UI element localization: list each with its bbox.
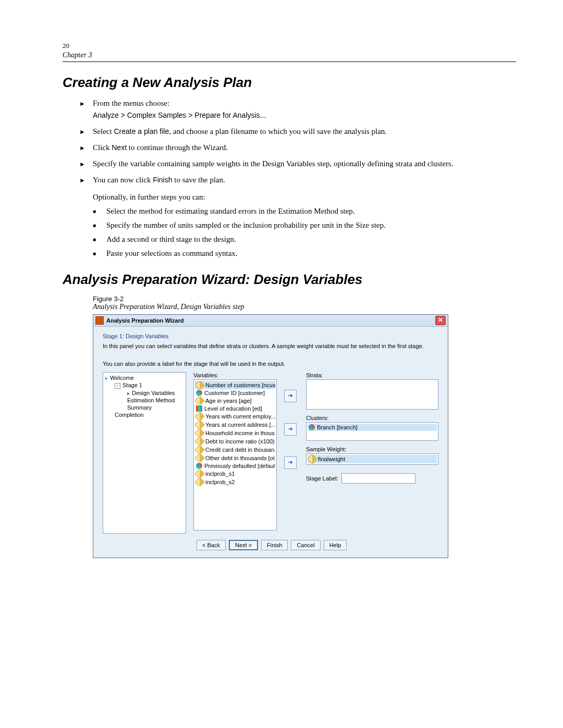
tree-item-summary[interactable]: Summary [105, 404, 183, 411]
variable-item[interactable]: Number of customers [ncust] [195, 381, 275, 389]
variable-item[interactable]: Level of education [ed] [195, 405, 275, 412]
optional-intro: Optionally, in further steps you can: [63, 193, 516, 202]
variables-list[interactable]: Number of customers [ncust] Customer ID … [193, 379, 277, 530]
cluster-item-label: Branch [branch] [317, 424, 358, 430]
tree-label: Design Variables [132, 390, 175, 396]
instruction-text: Select [93, 127, 114, 135]
tree-item-stage1[interactable]: -Stage 1 [105, 381, 183, 389]
finish-button[interactable]: Finish [261, 540, 288, 550]
instruction-step: Click Next to continue through the Wizar… [93, 142, 516, 153]
sample-weight-label: Sample Weight: [306, 446, 438, 452]
ui-term: Next [112, 143, 127, 152]
instruction-step: From the menus choose: Analyze > Complex… [93, 98, 516, 121]
target-column: Strata: Clusters: Branch [branch] Sample… [306, 372, 438, 534]
figure-label: Figure 3-2 [93, 295, 516, 303]
scale-icon [195, 470, 205, 478]
variable-item[interactable]: Debt to income ratio (x100) ... [195, 437, 275, 446]
optional-item: Add a second or third stage to the desig… [106, 234, 516, 245]
next-button[interactable]: Next > [229, 540, 258, 550]
scale-icon [195, 454, 205, 462]
scale-icon [195, 437, 205, 446]
instruction-text: , and choose a plan filename to which yo… [169, 127, 387, 135]
tree-label: Stage 1 [123, 382, 142, 388]
optional-item: Specify the number of units sampled or t… [106, 220, 516, 231]
dialog-body: Stage 1: Design Variables In this panel … [93, 327, 448, 558]
nominal-icon [196, 463, 202, 469]
back-button[interactable]: < Back [197, 540, 226, 550]
menu-path: Analyze > Complex Samples > Prepare for … [93, 110, 516, 121]
variable-item[interactable]: Household income in thous... [195, 429, 275, 437]
variable-item[interactable]: Other debt in thousands [ot... [195, 454, 275, 462]
variable-label: Customer ID [customer] [204, 390, 265, 396]
variable-label: inclprob_s2 [205, 479, 235, 485]
optional-list: Select the method for estimating standar… [63, 206, 516, 259]
wizard-nav-tree[interactable]: ▸Welcome -Stage 1 ▸Design Variables Esti… [103, 372, 186, 534]
page-number: 20 [63, 42, 516, 50]
figure-caption: Analysis Preparation Wizard, Design Vari… [93, 303, 516, 311]
section-heading-designvars: Analysis Preparation Wizard: Design Vari… [63, 272, 516, 288]
close-icon[interactable]: ✕ [435, 316, 446, 325]
tree-item-design-vars[interactable]: ▸Design Variables [105, 389, 183, 397]
dialog-title: Analysis Preparation Wizard [106, 317, 435, 324]
scale-icon [195, 446, 205, 454]
dialog-titlebar[interactable]: Analysis Preparation Wizard ✕ [93, 315, 448, 327]
transfer-buttons: ➜ ➜ ➜ [284, 372, 299, 534]
variable-item[interactable]: Previously defaulted [default] [195, 462, 275, 470]
instruction-text: to save the plan. [173, 176, 225, 184]
help-button[interactable]: Help [324, 540, 347, 550]
cancel-button[interactable]: Cancel [291, 540, 320, 550]
tree-label: Summary [127, 404, 152, 411]
move-to-clusters-button[interactable]: ➜ [284, 423, 297, 436]
section-heading-creating: Creating a New Analysis Plan [63, 75, 516, 91]
variable-item[interactable]: Customer ID [customer] [195, 389, 275, 397]
scale-icon [195, 397, 205, 405]
instruction-text: You can now click [93, 176, 153, 184]
sample-weight-box[interactable]: finalweight [306, 453, 438, 465]
weight-item[interactable]: finalweight [308, 455, 437, 463]
page: 20 Chapter 3 Creating a New Analysis Pla… [0, 0, 563, 579]
instruction-step: Select Create a plan file, and choose a … [93, 126, 516, 137]
tree-label: Welcome [110, 375, 134, 381]
tree-collapse-icon[interactable]: - [115, 383, 120, 389]
instruction-list: From the menus choose: Analyze > Complex… [63, 98, 516, 186]
variable-label: Debt to income ratio (x100) ... [205, 438, 275, 445]
variable-label: Years at current address [... [205, 422, 275, 428]
scale-icon [195, 478, 205, 486]
variable-label: Previously defaulted [default] [204, 463, 275, 469]
clusters-list[interactable]: Branch [branch] [306, 422, 438, 441]
instruction-text: to continue through the Wizard. [127, 143, 228, 152]
stage-label-input[interactable] [341, 473, 415, 484]
move-to-strata-button[interactable]: ➜ [284, 390, 297, 402]
variable-label: Other debt in thousands [ot... [205, 455, 275, 461]
tree-item-estimation[interactable]: Estimation Method [105, 397, 183, 404]
ui-term: Finish [153, 176, 172, 184]
variable-label: Household income in thous... [205, 430, 275, 436]
tree-leaf-icon: ▸ [127, 390, 130, 393]
variable-item[interactable]: Years at current address [... [195, 421, 275, 429]
strata-label: Strata: [306, 372, 438, 378]
variable-item[interactable]: Credit card debt in thousan... [195, 446, 275, 454]
move-to-weight-button[interactable]: ➜ [284, 456, 297, 469]
variable-label: Age in years [age] [205, 398, 252, 404]
variable-label: Credit card debt in thousan... [205, 447, 275, 453]
cluster-item[interactable]: Branch [branch] [308, 424, 437, 431]
scale-icon [195, 429, 205, 437]
scale-icon [195, 421, 205, 429]
strata-list[interactable] [306, 379, 438, 410]
variable-item[interactable]: inclprob_s2 [195, 478, 275, 486]
variable-item[interactable]: inclprob_s1 [195, 470, 275, 478]
tree-item-completion[interactable]: Completion [105, 411, 183, 418]
variable-item[interactable]: Years with current employ... [195, 412, 275, 421]
ordinal-icon [196, 405, 202, 412]
dialog-intro: In this panel you can select variables t… [103, 342, 438, 350]
tree-label: Estimation Method [127, 397, 175, 403]
instruction-step: Specify the variable containing sample w… [93, 158, 516, 169]
tree-item-welcome[interactable]: ▸Welcome [105, 374, 183, 381]
analysis-wizard-dialog: Analysis Preparation Wizard ✕ Stage 1: D… [93, 314, 448, 559]
nominal-icon [309, 424, 315, 430]
variables-column: Variables: Number of customers [ncust] C… [193, 372, 277, 534]
instruction-step: You can now click Finish to save the pla… [93, 175, 516, 186]
variable-item[interactable]: Age in years [age] [195, 397, 275, 405]
dialog-app-icon [95, 316, 104, 325]
chapter-label: Chapter 3 [63, 51, 516, 62]
